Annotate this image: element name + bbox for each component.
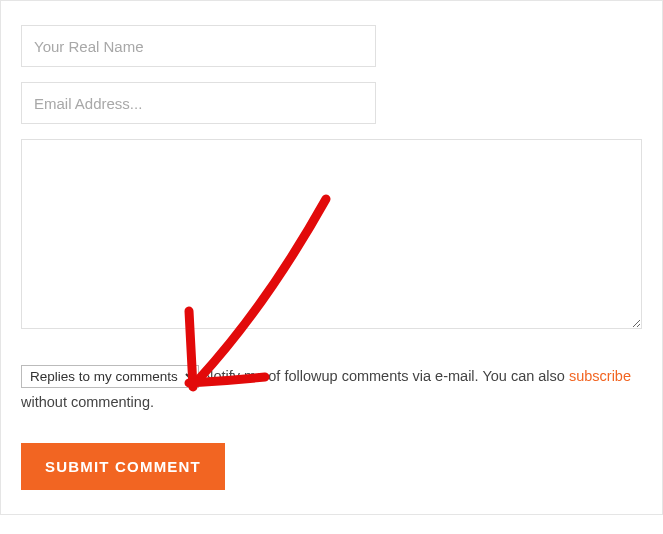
submit-comment-button[interactable]: SUBMIT COMMENT bbox=[21, 443, 225, 490]
notify-text-before: Notify me of followup comments via e-mai… bbox=[199, 368, 569, 384]
notify-row: Replies to my comments Notify me of foll… bbox=[21, 363, 642, 415]
comment-form: Replies to my comments Notify me of foll… bbox=[0, 0, 663, 515]
email-input[interactable] bbox=[21, 82, 376, 124]
comment-textarea[interactable] bbox=[21, 139, 642, 329]
subscribe-link[interactable]: subscribe bbox=[569, 368, 631, 384]
name-input[interactable] bbox=[21, 25, 376, 67]
notify-text-after: without commenting. bbox=[21, 394, 154, 410]
notify-select[interactable]: Replies to my comments bbox=[21, 365, 199, 388]
